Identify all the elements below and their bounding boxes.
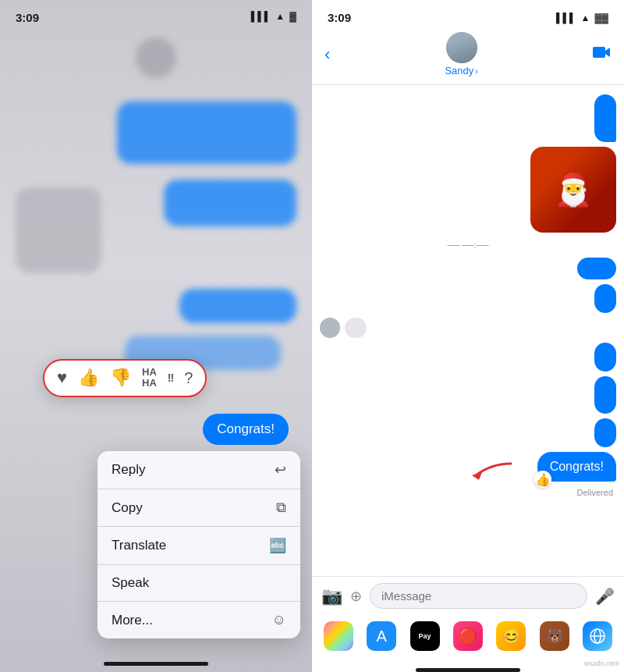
dock-memoji[interactable]: 😊 [496,621,526,651]
more-icon: ☺ [272,612,286,628]
home-indicator-left [104,662,208,666]
appstore-icon: A [376,628,386,645]
contact-info[interactable]: Sandy › [445,32,478,76]
menu-label-copy: Copy [112,500,143,516]
right-panel: 3:09 ▌▌▌ ▲ ▓▓ ‹ Sandy › [312,0,624,672]
context-menu: Reply ↩ Copy ⧉ Translate 🔤 Speak More...… [98,451,300,638]
image-content: 🎅 [530,147,616,233]
reaction-bar[interactable]: ♥ 👍 👎 HAHA !! ? [43,359,207,397]
message-row-congrats: Congrats! 👍 [320,452,616,482]
status-icons-left: ▌▌▌ ▲ ▓ [251,11,296,22]
message-row-7 [320,376,616,414]
thumbsup-reaction: 👍 [534,471,551,488]
red-arrow [468,460,515,486]
menu-item-more[interactable]: More... ☺ [98,602,300,638]
message-row-5 [320,318,616,338]
contact-name: Sandy › [445,65,478,76]
battery-icon: ▓ [289,11,296,22]
applepay-icon: Pay [419,632,431,640]
timestamp-1: ── ──:── [320,240,616,250]
menu-item-translate[interactable]: Translate 🔤 [98,527,300,565]
message-row-6 [320,343,616,372]
signal-icon: ▌▌▌ [251,11,271,22]
left-panel: 3:09 ▌▌▌ ▲ ▓ ♥ 👍 👎 HAHA !! ? Congrats! R… [0,0,312,672]
battery-icon-right: ▓▓ [595,12,609,23]
menu-item-reply[interactable]: Reply ↩ [98,451,300,489]
menu-item-copy[interactable]: Copy ⧉ [98,489,300,527]
app-dock: A Pay 🔴 😊 🐻 [312,615,624,663]
delivered-status: Delivered [320,488,613,497]
reaction-question[interactable]: ? [184,369,193,387]
dock-photos[interactable] [324,621,353,651]
dock-globe[interactable] [583,621,612,651]
watermark: wsxdn.com [584,660,619,667]
video-call-button[interactable] [593,45,612,63]
contact-avatar [446,32,477,63]
dock-applepay[interactable]: Pay [410,621,440,651]
input-bar: 📷 ⊕ 🎤 [312,576,624,615]
status-icons-right: ▌▌▌ ▲ ▓▓ [556,12,608,23]
message-bubble-6 [594,343,616,372]
menu-label-reply: Reply [112,462,145,478]
congrats-bubble-left: Congrats! [203,414,289,445]
status-time-left: 3:09 [16,11,39,24]
menu-label-translate: Translate [112,538,166,553]
dock-sticker[interactable]: 🐻 [540,621,569,651]
reaction-haha[interactable]: HAHA [142,367,157,389]
status-time-right: 3:09 [328,11,351,24]
menu-item-speak[interactable]: Speak [98,565,300,602]
signal-icon-right: ▌▌▌ [556,12,576,23]
reply-icon: ↩ [275,461,286,478]
message-bubble-4 [594,284,616,313]
globe-icon [589,628,606,645]
svg-rect-0 [593,47,605,58]
camera-icon[interactable]: 📷 [321,586,342,606]
dock-appstore[interactable]: A [367,621,396,651]
chevron-icon: › [475,66,478,76]
apps-icon[interactable]: ⊕ [350,588,362,605]
translate-icon: 🔤 [269,537,286,554]
menu-label-more: More... [112,613,153,628]
message-bubble-5 [345,318,367,338]
avatar-image [446,32,477,63]
blurred-bubble-1 [117,101,296,164]
blurred-bubble-2 [164,180,296,226]
reaction-thumbsdown[interactable]: 👎 [110,368,131,388]
reaction-heart[interactable]: ♥ [57,368,67,388]
copy-icon: ⧉ [276,500,286,516]
sender-avatar [320,318,340,338]
image-bubble: 🎅 [530,147,616,233]
blurred-image-bubble [16,187,101,273]
wifi-icon: ▲ [275,11,285,22]
message-bubble-7 [594,376,616,414]
message-row-1 [320,94,616,142]
message-row-8 [320,418,616,447]
reaction-thumbsup[interactable]: 👍 [78,368,99,388]
message-row-4 [320,284,616,313]
blurred-bubble-3 [179,289,296,323]
blurred-avatar [136,37,176,78]
congrats-wrapper: Congrats! 👍 [537,452,616,482]
message-bubble-8 [594,418,616,447]
chat-area: 🎅 ── ──:── [312,85,624,576]
message-row-2: 🎅 [320,147,616,233]
back-button[interactable]: ‹ [324,44,330,65]
contact-name-label: Sandy [445,65,473,76]
home-indicator-right [416,668,520,672]
message-row-3 [320,258,616,279]
message-input[interactable] [370,583,587,609]
dock-animoji[interactable]: 🔴 [453,621,483,651]
status-bar-right: 3:09 ▌▌▌ ▲ ▓▓ [312,0,624,29]
nav-header: ‹ Sandy › [312,29,624,85]
message-bubble-3 [577,258,616,279]
reaction-exclaim[interactable]: !! [168,372,173,384]
audio-icon[interactable]: 🎤 [595,587,615,606]
message-bubble-1 [594,94,616,142]
wifi-icon-right: ▲ [581,12,590,23]
menu-label-speak: Speak [112,575,149,591]
